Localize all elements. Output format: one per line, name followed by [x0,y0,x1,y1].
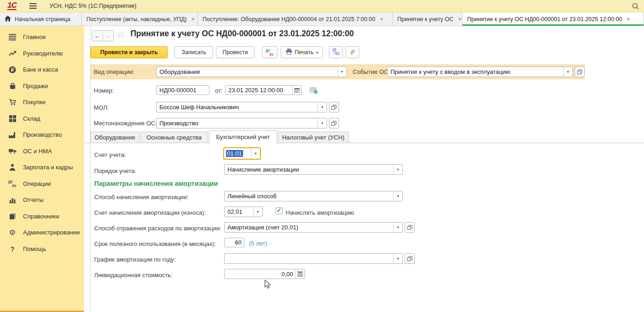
1c-logo[interactable]: 1С [7,2,17,10]
tab-postuplenie-doc[interactable]: Поступление: Оборудование НД00-000004 от… [198,12,393,26]
tab-prinyatie-doc[interactable]: Принятие к учету ОС НД00-000001 от 23.01… [463,12,644,26]
location-field[interactable]: Производство ▾ [156,118,327,128]
home-icon [5,16,11,23]
post-button[interactable]: Провести [216,46,254,58]
sidebar-item-bank-kassa[interactable]: ₽ Банк и касса [0,61,84,78]
sidebar-item-glavnoe[interactable]: Главное [0,29,84,45]
sidebar-item-spravochniki[interactable]: Справочники [0,208,84,225]
order-field[interactable]: Начисление амортизации ▾ [224,164,403,175]
sidebar-item-administrirovanie[interactable]: ⚙ Администрирование [0,224,84,241]
help-icon: ? [8,245,17,253]
depreciation-section-title: Параметры начисления амортизации [94,180,218,187]
account-label: Счет учета: [94,151,126,158]
sidebar-item-otchety[interactable]: Отчеты [0,192,84,208]
os-event-open-button[interactable] [575,67,585,77]
sidebar-item-label: Покупки [23,99,45,106]
window-tab-bar: Начальная страница Поступление (акты, на… [0,12,644,26]
sidebar-item-sklad[interactable]: Склад [0,111,84,127]
global-search-icon[interactable] [632,2,639,12]
sidebar-item-operacii[interactable]: ДтКт Операции [0,176,84,192]
useful-life-field[interactable]: 60 [224,238,244,247]
set-number-icon[interactable] [309,85,318,95]
mol-open-button[interactable] [329,102,339,112]
calculator-icon[interactable] [295,269,305,279]
mol-field[interactable]: Боссов Шеф Начальникович ▾ [156,102,327,112]
dtkt-icon: ДтКт [266,49,274,56]
tab-close-icon[interactable]: × [458,16,462,22]
print-label: Печать [295,49,314,56]
dropdown-arrow-icon[interactable]: ▾ [253,207,262,217]
forward-button[interactable]: → [103,31,113,41]
dropdown-arrow-icon[interactable]: ▾ [393,223,402,232]
expense-method-field[interactable]: Амортизация (счет 20.01) ▾ [224,222,403,233]
dropdown-arrow-icon[interactable]: ▾ [337,67,346,77]
back-button[interactable]: ← [92,31,103,41]
sidebar-item-prodazhi[interactable]: Продажи [0,78,84,95]
dropdown-arrow-icon[interactable]: ▾ [251,148,260,159]
history-nav: ← → [92,30,114,41]
tab-postuplenie-list[interactable]: Поступление (акты, накладные, УПД) × [82,12,198,26]
expense-method-open-button[interactable] [405,222,415,233]
sidebar-item-pomosch[interactable]: ? Помощь [0,241,84,257]
chevron-down-icon: ▾ [316,50,318,55]
number-field[interactable]: НД00-000001 [156,85,209,95]
post-and-close-button[interactable]: Провести и закрыть [90,46,168,58]
sidebar-item-label: Склад [23,115,40,122]
related-documents-button[interactable] [329,46,343,58]
liquidation-field[interactable]: 0,00 [224,269,305,279]
useful-life-label: Срок полезного использования (в месяцах)… [94,240,216,247]
sidebar-item-label: Продажи [23,83,48,89]
tab-osnovnye-sredstva[interactable]: Основные средства [140,132,208,143]
operation-type-label: Вид операции: [94,68,135,75]
os-event-field[interactable]: Принятие к учету с вводом в эксплуатацию… [387,67,573,77]
dropdown-arrow-icon[interactable]: ▾ [563,67,572,77]
dropdown-arrow-icon[interactable]: ▾ [393,191,402,201]
sidebar-item-zarplata[interactable]: Зарплата и кадры [0,159,84,176]
tab-oborudovanie[interactable]: Оборудование [90,132,139,143]
tab-label: Начальная страница [15,16,70,22]
svg-text:₽: ₽ [11,67,14,72]
sidebar-item-proizvodstvo[interactable]: Производство [0,127,84,143]
tab-buhgalterskij-uchet[interactable]: Бухгалтерский учет [209,130,277,143]
account-field[interactable]: 01.01 ▾ [223,147,261,160]
tab-prinyatie-list[interactable]: Принятие к учету ОС × [393,12,463,26]
attachments-button[interactable] [345,46,359,58]
tab-close-icon[interactable]: × [380,16,384,22]
order-label: Порядок учета: [94,167,136,174]
dropdown-arrow-icon[interactable]: ▾ [393,165,402,174]
number-label: Номер: [94,87,114,94]
expense-method-label: Способ отражения расходов по амортизации… [94,225,221,232]
schedule-open-button[interactable] [405,253,415,264]
tab-nalogovyj-uchet[interactable]: Налоговый учет (УСН) [278,132,349,143]
operation-type-field[interactable]: Оборудование ▾ [156,67,347,77]
schedule-field[interactable]: ▾ [224,253,403,264]
method-label: Способ начисления амортизации: [94,194,189,201]
calendar-icon[interactable] [292,86,301,95]
tab-close-icon[interactable]: × [191,16,195,22]
date-field[interactable]: 23.01.2025 12:00:00 [225,85,302,95]
sidebar-item-rukovoditelyu[interactable]: Руководителю [0,45,84,62]
dtkt-icon: ДтКт [8,179,17,188]
location-open-button[interactable] [329,118,339,128]
dropdown-arrow-icon[interactable]: ▾ [393,254,402,263]
show-postings-button[interactable]: ДтКт [262,46,277,58]
dropdown-arrow-icon[interactable]: ▾ [317,118,327,128]
print-button[interactable]: Печать ▾ [281,46,323,58]
warehouse-grid-icon [8,114,17,123]
favorite-star-icon[interactable]: ☆ [117,29,125,40]
dropdown-arrow-icon[interactable]: ▾ [317,102,327,112]
save-button[interactable]: Записать [175,46,213,58]
method-field[interactable]: Линейный способ ▾ [224,191,403,201]
os-event-label: Событие ОС: [353,68,390,75]
useful-life-hint: (5 лет) [249,240,267,247]
main-menu-icon[interactable] [29,3,37,9]
sidebar-item-os-nma[interactable]: ОС и НМА [0,143,84,160]
trend-arrow-icon [8,49,17,57]
accrue-depreciation-checkbox[interactable]: ✓ [276,207,282,214]
tab-home[interactable]: Начальная страница [0,12,82,26]
gear-icon: ⚙ [8,228,17,237]
tab-close-icon[interactable]: × [627,16,630,22]
sidebar-item-pokupki[interactable]: Покупки [0,94,84,111]
depr-account-field[interactable]: 02.01 ▾ [224,206,263,217]
paperclip-icon [349,49,356,56]
